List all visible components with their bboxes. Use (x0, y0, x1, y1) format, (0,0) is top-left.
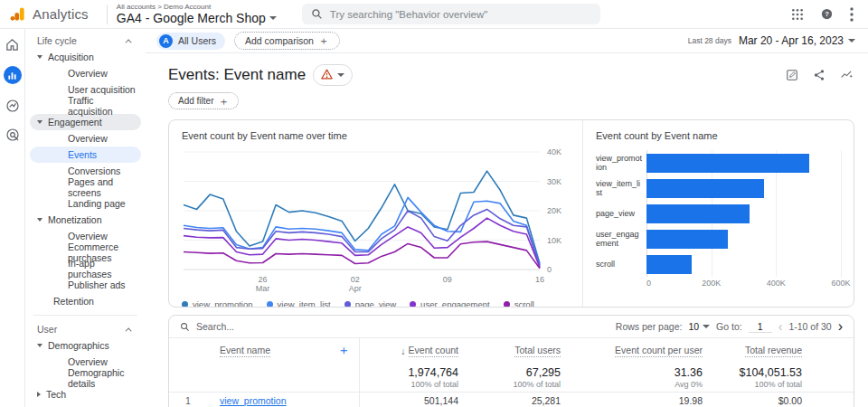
bar-x-tick: 0 (646, 279, 651, 288)
segment-chip-all-users[interactable]: A All Users (156, 33, 225, 50)
legend-dot-icon (344, 301, 351, 308)
column-total-users[interactable]: Total users (466, 338, 568, 363)
account-switcher[interactable]: All accounts > Demo Account GA4 - Google… (117, 3, 277, 25)
sidebar-item-acquisition[interactable]: Acquisition (30, 49, 141, 65)
sidebar-item-overview[interactable]: Overview (30, 130, 141, 147)
divider (107, 5, 108, 24)
data-quality-button[interactable] (313, 64, 353, 86)
bar-track (646, 251, 841, 277)
explore-icon[interactable] (5, 99, 20, 113)
bar-row-user_engagement: user_engagement (596, 226, 841, 251)
svg-text:0: 0 (547, 265, 552, 274)
caret-down-icon (337, 73, 344, 77)
row-number: 1 (169, 393, 207, 407)
sidebar-item-monetization[interactable]: Monetization (30, 212, 141, 228)
sidebar-item-life-cycle[interactable]: Life cycle (30, 33, 141, 49)
table-search-input[interactable]: Search... (196, 321, 234, 332)
bar-row-view_promotion: view_promotion (596, 150, 841, 175)
rows-per-page-select[interactable]: 10 (688, 321, 710, 333)
sidebar-item-pages-and-screens[interactable]: Pages and screens (30, 179, 141, 195)
bar-view_promotion[interactable] (646, 154, 809, 173)
search-icon (180, 322, 190, 332)
bar-view_item_list[interactable] (646, 179, 764, 198)
event-name-link[interactable]: view_promotion (220, 395, 287, 406)
account-name[interactable]: GA4 - Google Merch Shop (117, 11, 266, 25)
report-title-row: Events: Event name (146, 53, 868, 86)
sidebar-item-user[interactable]: User (30, 321, 141, 337)
chevron-right-icon[interactable]: › (838, 319, 843, 334)
date-range-label: Mar 20 - Apr 16, 2023 (739, 34, 844, 47)
column-event-name[interactable]: Event name (220, 345, 270, 357)
svg-text:10K: 10K (547, 236, 561, 245)
sidebar-item-retention[interactable]: Retention (30, 293, 141, 309)
sidebar-item-events[interactable]: Events (30, 147, 141, 163)
bar-chart[interactable]: view_promotionview_item_listpage_viewuse… (596, 150, 841, 277)
segment-label: All Users (178, 35, 216, 46)
add-filter-button[interactable]: Add filter ＋ (168, 92, 239, 109)
comparison-banner: A All Users Add comparison ＋ Last 28 day… (146, 29, 868, 53)
add-comparison-button[interactable]: Add comparison ＋ (234, 32, 340, 50)
search-icon (311, 8, 323, 20)
sidebar-item-landing-page[interactable]: Landing page (30, 195, 141, 212)
grid-line (776, 201, 777, 226)
more-vert-icon[interactable] (850, 7, 854, 22)
bar-x-tick: 200K (702, 279, 721, 288)
edit-icon[interactable] (786, 69, 798, 81)
bar-page_view[interactable] (646, 204, 750, 223)
line-chart-title: Event count by Event name over time (182, 130, 571, 141)
insights-icon[interactable] (840, 69, 854, 81)
total-event-count: 1,974,764 (408, 366, 458, 379)
plus-icon: ＋ (218, 97, 229, 106)
table-totals-row: 1,974,764100% of total 67,295100% of tot… (169, 363, 854, 393)
bar-label: view_item_list (596, 179, 646, 198)
apps-grid-icon[interactable] (791, 8, 804, 21)
line-chart[interactable]: 010K20K30K40K26Mar02Apr0916 (182, 143, 571, 295)
grid-line (841, 251, 842, 277)
svg-text:40K: 40K (547, 147, 561, 156)
legend-dot-icon (410, 301, 416, 308)
cell-total-users: 25,281 (466, 393, 568, 407)
column-revenue[interactable]: Total revenue (710, 338, 854, 363)
add-dimension-icon[interactable]: ＋ (337, 343, 350, 359)
sidebar-item-demographics[interactable]: Demographics (30, 337, 141, 354)
date-range-picker[interactable]: Last 28 days Mar 20 - Apr 16, 2023 (688, 34, 855, 47)
bar-scroll[interactable] (646, 255, 692, 274)
grid-line (712, 251, 712, 277)
segment-avatar: A (159, 34, 173, 48)
sidebar-item-demographic-details[interactable]: Demographic details (30, 370, 141, 386)
sidebar-item-overview[interactable]: Overview (30, 65, 141, 81)
grid-line (841, 175, 842, 201)
breadcrumb[interactable]: All accounts > Demo Account (117, 3, 277, 11)
events-table-card: Search... Rows per page: 10 Go to: 1 ‹ 1… (168, 315, 854, 407)
column-per-user[interactable]: Event count per user (568, 338, 710, 363)
search-placeholder: Try searching "Behavior overview" (330, 9, 488, 20)
reports-icon[interactable] (4, 66, 22, 84)
bar-track (646, 150, 841, 175)
svg-text:Apr: Apr (349, 284, 362, 293)
sidebar-item-publisher-ads[interactable]: Publisher ads (30, 277, 141, 293)
sidebar-item-in-app-purchases[interactable]: In-app purchases (30, 260, 141, 277)
bar-row-page_view: page_view (596, 201, 841, 226)
bar-chart-x-axis: 0200K400K600K (646, 279, 841, 291)
column-event-count[interactable]: ↓Event count (360, 338, 466, 363)
goto-page-input[interactable]: 1 (749, 321, 772, 333)
caret-down-icon (848, 39, 855, 43)
home-icon[interactable] (5, 38, 19, 52)
help-icon[interactable]: ? (820, 7, 834, 21)
advertising-icon[interactable] (5, 128, 20, 142)
sidebar-item-traffic-acquisition[interactable]: Traffic acquisition (30, 98, 141, 114)
bar-label: view_promotion (596, 154, 646, 173)
cell-event-count: 501,144 (360, 393, 466, 407)
legend-item-view_item_list: view_item_list (267, 299, 331, 308)
caret-down-icon (269, 16, 277, 20)
app-header: Analytics All accounts > Demo Account GA… (0, 0, 868, 29)
grid-line (841, 226, 842, 251)
search-input[interactable]: Try searching "Behavior overview" (302, 4, 600, 24)
chevron-left-icon[interactable]: ‹ (778, 320, 783, 333)
report-nav: Life cycleAcquisitionOverviewUser acquis… (26, 29, 145, 407)
total-per-user: 31.36 (675, 366, 703, 379)
table-body: 1view_promotion501,14425,28119.98$0.002v… (169, 393, 854, 407)
bar-chart-panel: Event count by Event name view_promotion… (582, 120, 854, 307)
share-icon[interactable] (813, 69, 826, 81)
bar-user_engagement[interactable] (646, 230, 728, 249)
